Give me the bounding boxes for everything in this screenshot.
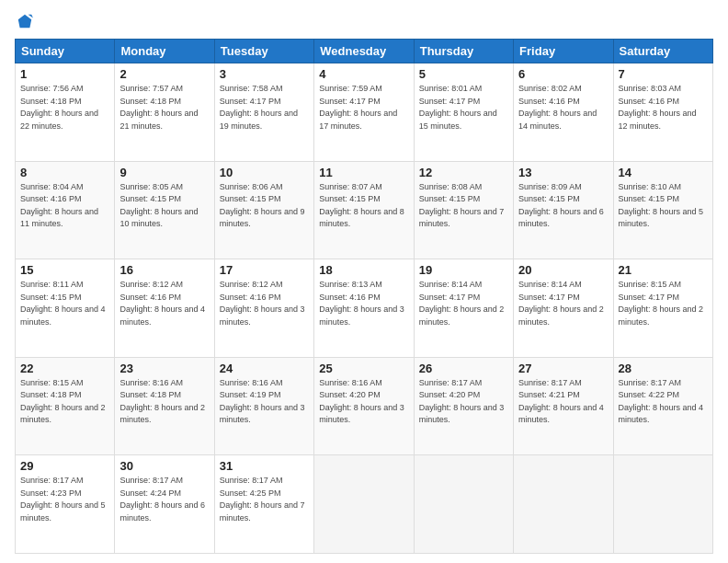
day-detail: Sunrise: 8:17 AMSunset: 4:23 PMDaylight:… [20,476,106,523]
day-detail: Sunrise: 8:17 AMSunset: 4:22 PMDaylight:… [619,378,704,425]
day-number: 3 [220,67,309,81]
calendar-header-friday: Friday [514,40,613,63]
calendar-day-cell: 8 Sunrise: 8:04 AMSunset: 4:16 PMDayligh… [16,161,115,259]
calendar-day-cell: 26 Sunrise: 8:17 AMSunset: 4:20 PMDaylig… [414,357,513,455]
day-number: 5 [419,67,508,81]
calendar-day-cell: 30 Sunrise: 8:17 AMSunset: 4:24 PMDaylig… [115,455,214,554]
day-detail: Sunrise: 8:17 AMSunset: 4:20 PMDaylight:… [419,378,505,425]
calendar-header-row: SundayMondayTuesdayWednesdayThursdayFrid… [16,40,713,63]
day-number: 18 [319,263,408,277]
day-detail: Sunrise: 8:03 AMSunset: 4:16 PMDaylight:… [619,84,697,131]
day-number: 6 [518,67,608,81]
day-number: 11 [319,166,408,179]
day-number: 31 [220,459,309,473]
day-detail: Sunrise: 8:14 AMSunset: 4:17 PMDaylight:… [419,280,505,327]
calendar-day-cell: 2 Sunrise: 7:57 AMSunset: 4:18 PMDayligh… [115,63,214,162]
day-number: 13 [518,166,608,179]
day-number: 8 [20,166,109,179]
calendar-day-cell [414,455,513,554]
day-number: 16 [119,263,209,277]
day-detail: Sunrise: 8:14 AMSunset: 4:17 PMDaylight:… [518,280,604,327]
calendar-day-cell: 13 Sunrise: 8:09 AMSunset: 4:15 PMDaylig… [514,161,613,259]
calendar-day-cell: 29 Sunrise: 8:17 AMSunset: 4:23 PMDaylig… [16,455,115,554]
day-detail: Sunrise: 7:58 AMSunset: 4:17 PMDaylight:… [220,84,298,131]
day-number: 4 [319,67,408,81]
day-detail: Sunrise: 8:16 AMSunset: 4:19 PMDaylight:… [220,378,305,425]
day-detail: Sunrise: 8:15 AMSunset: 4:18 PMDaylight:… [20,378,106,425]
calendar-day-cell: 7 Sunrise: 8:03 AMSunset: 4:16 PMDayligh… [613,63,712,162]
day-number: 25 [319,362,408,375]
calendar-week-row: 29 Sunrise: 8:17 AMSunset: 4:23 PMDaylig… [16,455,713,554]
day-detail: Sunrise: 8:17 AMSunset: 4:21 PMDaylight:… [518,378,604,425]
day-number: 23 [119,362,209,375]
day-number: 17 [220,263,309,277]
calendar-week-row: 8 Sunrise: 8:04 AMSunset: 4:16 PMDayligh… [16,161,713,259]
calendar-header-tuesday: Tuesday [214,40,313,63]
day-number: 28 [619,362,708,375]
day-number: 12 [419,166,508,179]
calendar-week-row: 1 Sunrise: 7:56 AMSunset: 4:18 PMDayligh… [16,63,713,162]
logo [15,15,33,29]
day-number: 1 [20,67,109,81]
day-detail: Sunrise: 8:12 AMSunset: 4:16 PMDaylight:… [220,280,305,327]
day-detail: Sunrise: 8:08 AMSunset: 4:15 PMDaylight:… [419,182,505,229]
day-detail: Sunrise: 8:13 AMSunset: 4:16 PMDaylight:… [319,280,404,327]
calendar-header-monday: Monday [115,40,214,63]
day-detail: Sunrise: 8:12 AMSunset: 4:16 PMDaylight:… [119,280,205,327]
calendar-day-cell: 10 Sunrise: 8:06 AMSunset: 4:15 PMDaylig… [214,161,313,259]
day-number: 14 [619,166,708,179]
calendar-day-cell: 21 Sunrise: 8:15 AMSunset: 4:17 PMDaylig… [613,259,712,358]
day-number: 19 [419,263,508,277]
day-detail: Sunrise: 7:59 AMSunset: 4:17 PMDaylight:… [319,84,397,131]
day-detail: Sunrise: 8:07 AMSunset: 4:15 PMDaylight:… [319,182,404,229]
calendar-day-cell: 4 Sunrise: 7:59 AMSunset: 4:17 PMDayligh… [314,63,414,162]
day-detail: Sunrise: 8:16 AMSunset: 4:20 PMDaylight:… [319,378,404,425]
calendar-day-cell: 15 Sunrise: 8:11 AMSunset: 4:15 PMDaylig… [16,259,115,358]
day-number: 30 [119,459,209,473]
calendar-day-cell [514,455,613,554]
day-detail: Sunrise: 8:16 AMSunset: 4:18 PMDaylight:… [119,378,205,425]
calendar-day-cell: 25 Sunrise: 8:16 AMSunset: 4:20 PMDaylig… [314,357,414,455]
calendar-day-cell: 19 Sunrise: 8:14 AMSunset: 4:17 PMDaylig… [414,259,513,358]
calendar-day-cell: 14 Sunrise: 8:10 AMSunset: 4:15 PMDaylig… [613,161,712,259]
calendar-day-cell: 9 Sunrise: 8:05 AMSunset: 4:15 PMDayligh… [115,161,214,259]
calendar-week-row: 22 Sunrise: 8:15 AMSunset: 4:18 PMDaylig… [16,357,713,455]
day-detail: Sunrise: 8:04 AMSunset: 4:16 PMDaylight:… [20,182,98,229]
calendar-day-cell: 18 Sunrise: 8:13 AMSunset: 4:16 PMDaylig… [314,259,414,358]
day-number: 7 [619,67,708,81]
calendar-header-saturday: Saturday [613,40,712,63]
day-detail: Sunrise: 8:17 AMSunset: 4:24 PMDaylight:… [119,476,205,523]
day-detail: Sunrise: 8:06 AMSunset: 4:15 PMDaylight:… [220,182,305,229]
day-detail: Sunrise: 8:09 AMSunset: 4:15 PMDaylight:… [518,182,604,229]
calendar-table: SundayMondayTuesdayWednesdayThursdayFrid… [15,39,713,554]
day-number: 2 [119,67,209,81]
calendar-day-cell: 16 Sunrise: 8:12 AMSunset: 4:16 PMDaylig… [115,259,214,358]
day-number: 22 [20,362,109,375]
calendar-day-cell: 6 Sunrise: 8:02 AMSunset: 4:16 PMDayligh… [514,63,613,162]
day-number: 15 [20,263,109,277]
calendar-header-thursday: Thursday [414,40,513,63]
day-detail: Sunrise: 8:05 AMSunset: 4:15 PMDaylight:… [119,182,198,229]
calendar-day-cell: 11 Sunrise: 8:07 AMSunset: 4:15 PMDaylig… [314,161,414,259]
day-number: 9 [119,166,209,179]
calendar-day-cell: 20 Sunrise: 8:14 AMSunset: 4:17 PMDaylig… [514,259,613,358]
day-number: 26 [419,362,508,375]
calendar-day-cell: 22 Sunrise: 8:15 AMSunset: 4:18 PMDaylig… [16,357,115,455]
day-number: 27 [518,362,608,375]
calendar-day-cell: 24 Sunrise: 8:16 AMSunset: 4:19 PMDaylig… [214,357,313,455]
day-detail: Sunrise: 8:15 AMSunset: 4:17 PMDaylight:… [619,280,704,327]
day-detail: Sunrise: 8:10 AMSunset: 4:15 PMDaylight:… [619,182,704,229]
calendar-day-cell [613,455,712,554]
day-number: 29 [20,459,109,473]
page: SundayMondayTuesdayWednesdayThursdayFrid… [0,0,728,563]
calendar-day-cell: 27 Sunrise: 8:17 AMSunset: 4:21 PMDaylig… [514,357,613,455]
day-detail: Sunrise: 7:57 AMSunset: 4:18 PMDaylight:… [119,84,198,131]
calendar-day-cell: 23 Sunrise: 8:16 AMSunset: 4:18 PMDaylig… [115,357,214,455]
day-detail: Sunrise: 8:17 AMSunset: 4:25 PMDaylight:… [220,476,305,523]
logo-icon [17,13,33,29]
calendar-week-row: 15 Sunrise: 8:11 AMSunset: 4:15 PMDaylig… [16,259,713,358]
calendar-header-sunday: Sunday [16,40,115,63]
day-number: 24 [220,362,309,375]
svg-marker-1 [28,15,33,18]
day-number: 10 [220,166,309,179]
